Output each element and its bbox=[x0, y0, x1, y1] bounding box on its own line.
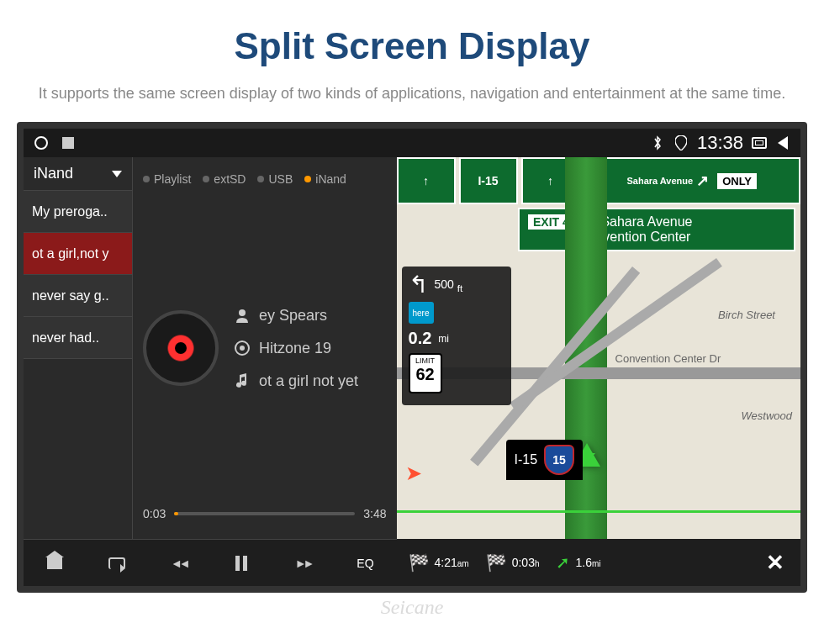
distance-arrow-icon: ➚ bbox=[556, 552, 570, 573]
split-container: iNand My preroga.. ot a girl,not y never… bbox=[24, 157, 800, 586]
close-icon: ✕ bbox=[766, 550, 784, 576]
pause-icon bbox=[235, 556, 247, 571]
media-controls: EQ bbox=[24, 539, 397, 586]
stat-arrival[interactable]: 🏁 4:21am bbox=[402, 546, 476, 579]
home-icon bbox=[47, 557, 62, 569]
head-unit-device: 13:38 iNand My preroga.. ot a girl,not y… bbox=[17, 122, 807, 593]
turn-panel: ↰ 500 ft here 0.2mi LIMIT 62 bbox=[402, 267, 511, 405]
artist-row: ey Spears bbox=[234, 307, 358, 325]
media-main: Playlist extSD USB iNand ey Spe bbox=[133, 157, 397, 539]
speed-limit-sign: LIMIT 62 bbox=[409, 353, 442, 393]
status-bar: 13:38 bbox=[24, 129, 800, 157]
page-subtitle: It supports the same screen display of t… bbox=[17, 82, 807, 105]
chevron-down-icon bbox=[112, 171, 122, 177]
source-tabs: Playlist extSD USB iNand bbox=[143, 164, 387, 194]
eq-button[interactable]: EQ bbox=[345, 546, 385, 580]
current-road-banner: I-15 15 bbox=[506, 440, 584, 480]
stat-duration[interactable]: 🏁 0:03h bbox=[479, 546, 547, 579]
turn-arrow-icon: ↰ bbox=[409, 273, 428, 297]
tab-usb[interactable]: USB bbox=[257, 172, 293, 186]
track-item[interactable]: My preroga.. bbox=[24, 191, 132, 233]
svg-point-0 bbox=[239, 309, 246, 316]
tab-playlist[interactable]: Playlist bbox=[143, 172, 191, 186]
prev-icon bbox=[171, 557, 188, 570]
next-button[interactable] bbox=[283, 546, 324, 580]
flag-icon: 🏁 bbox=[486, 552, 507, 573]
album-row: Hitzone 19 bbox=[234, 340, 358, 357]
pause-button[interactable] bbox=[221, 546, 261, 580]
person-icon bbox=[234, 307, 251, 324]
next-icon bbox=[295, 557, 312, 570]
recents-icon[interactable] bbox=[752, 135, 767, 150]
interstate-shield-icon: 15 bbox=[544, 445, 574, 475]
lane-sign: ↑ bbox=[397, 157, 456, 204]
here-badge: here bbox=[409, 302, 434, 324]
disc-icon bbox=[234, 340, 251, 356]
track-item[interactable]: never had.. bbox=[24, 317, 132, 359]
close-nav-button[interactable]: ✕ bbox=[755, 546, 795, 579]
compass-arrow-icon[interactable]: ➤ bbox=[405, 462, 422, 485]
repeat-button[interactable] bbox=[97, 546, 137, 580]
tab-extsd[interactable]: extSD bbox=[203, 172, 246, 186]
album-art bbox=[143, 310, 219, 386]
navigation-pane: ↑ I-15 ↑ Sahara Avenue ↗ ONLY EXIT 40 » … bbox=[397, 157, 800, 586]
exit-banner: EXIT 40 » Sahara Avenue Convention Cente… bbox=[518, 208, 795, 251]
now-playing: ey Spears Hitzone 19 bbox=[143, 194, 387, 502]
watermark: Seicane bbox=[381, 596, 444, 619]
title-row: ot a girl not yet bbox=[234, 372, 358, 390]
prev-button[interactable] bbox=[159, 546, 199, 580]
music-note-icon bbox=[234, 372, 251, 389]
source-label: iNand bbox=[34, 165, 73, 182]
back-icon[interactable] bbox=[775, 135, 790, 150]
status-time: 13:38 bbox=[697, 132, 743, 154]
elapsed-time: 0:03 bbox=[143, 507, 166, 520]
page-title: Split Screen Display bbox=[17, 25, 807, 67]
map-canvas[interactable]: ↑ I-15 ↑ Sahara Avenue ↗ ONLY EXIT 40 » … bbox=[397, 157, 800, 539]
street-label: Westwood bbox=[742, 409, 792, 422]
street-label: Birch Street bbox=[718, 309, 775, 321]
stat-distance[interactable]: ➚ 1.6mi bbox=[549, 546, 607, 579]
media-player-pane: iNand My preroga.. ot a girl,not y never… bbox=[24, 157, 397, 586]
tab-inand[interactable]: iNand bbox=[304, 172, 346, 186]
track-item[interactable]: never say g.. bbox=[24, 275, 132, 317]
flag-icon: 🏁 bbox=[409, 552, 430, 573]
location-icon bbox=[673, 135, 689, 150]
page-header: Split Screen Display It supports the sam… bbox=[0, 0, 824, 122]
eq-label: EQ bbox=[357, 557, 373, 570]
progress-row: 0:03 3:48 bbox=[143, 502, 387, 532]
lane-sign-only: Sahara Avenue ↗ ONLY bbox=[584, 157, 800, 204]
source-dropdown[interactable]: iNand bbox=[24, 157, 132, 191]
assistant-icon[interactable] bbox=[34, 135, 49, 150]
lane-sign: I-15 bbox=[459, 157, 518, 204]
home-button[interactable] bbox=[34, 546, 75, 580]
repeat-icon bbox=[108, 557, 125, 569]
street-label: Convention Center Dr bbox=[615, 352, 721, 365]
bluetooth-icon bbox=[650, 135, 665, 150]
seek-bar[interactable] bbox=[174, 512, 355, 515]
nav-bottom-bar: 🏁 4:21am 🏁 0:03h ➚ 1.6mi ✕ bbox=[397, 539, 800, 586]
track-item[interactable]: ot a girl,not y bbox=[24, 233, 132, 275]
svg-point-2 bbox=[240, 346, 245, 351]
total-time: 3:48 bbox=[363, 507, 386, 520]
gallery-icon[interactable] bbox=[61, 135, 76, 150]
playlist-column: iNand My preroga.. ot a girl,not y never… bbox=[24, 157, 133, 539]
